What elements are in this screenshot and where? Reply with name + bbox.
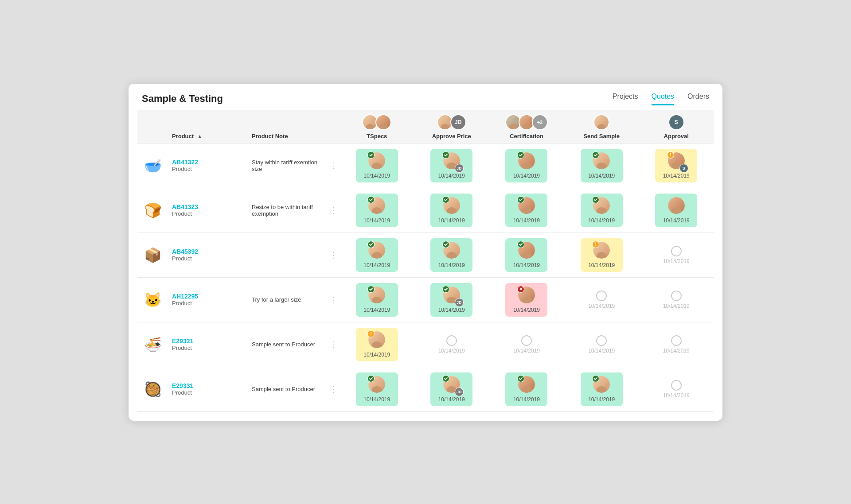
tab-orders[interactable]: Orders	[687, 93, 709, 105]
product-info: AB45392 Product	[172, 248, 245, 262]
avatar-send-1	[593, 114, 609, 130]
check-badge	[592, 151, 599, 159]
stage-date: 10/14/2019	[363, 262, 390, 268]
cell-avatar-wrapper	[593, 376, 610, 395]
approval-label: Approval	[664, 133, 689, 140]
cell-avatar-wrapper	[368, 287, 385, 305]
cell-avatar-wrapper: ✕	[518, 287, 535, 305]
stage-box: 10/14/2019	[356, 283, 398, 317]
cell-avatar-wrapper	[668, 197, 685, 216]
stage-date: 10/14/2019	[663, 303, 690, 309]
cell-avatar-wrapper: JD	[443, 287, 460, 305]
certification-avatars: +2	[492, 114, 561, 130]
tab-quotes[interactable]: Quotes	[652, 93, 675, 105]
product-info-cell: AH12295 Product	[168, 277, 248, 322]
cell-avatar-wrapper	[593, 197, 610, 216]
stage-date: 10/14/2019	[438, 348, 465, 354]
certification-label: Certification	[510, 133, 543, 140]
cell-avatar-wrapper: !	[368, 331, 385, 350]
product-type: Product	[172, 255, 245, 262]
tspecs-avatars	[343, 114, 410, 130]
product-image: 📦	[137, 233, 168, 277]
stage-date: 10/14/2019	[588, 348, 615, 354]
table-row: 🍜 E29321 Product Sample sent to Producer…	[137, 322, 714, 367]
stage-box: 10/14/2019	[581, 149, 623, 182]
stage-cell: JD 10/14/2019	[414, 143, 488, 188]
check-badge	[367, 286, 375, 293]
tab-projects[interactable]: Projects	[613, 93, 638, 105]
stage-cell: 10/14/2019	[564, 143, 639, 188]
product-image: 🐱	[137, 277, 168, 322]
product-emoji: 🐱	[144, 292, 162, 308]
check-badge	[442, 375, 449, 382]
product-id[interactable]: AB41322	[172, 159, 245, 166]
check-badge	[367, 375, 375, 382]
row-menu[interactable]: ⋮	[328, 277, 340, 322]
stage-cell: 10/14/2019	[340, 188, 414, 233]
empty-circle	[596, 291, 607, 301]
product-info-cell: E29331 Product	[168, 367, 248, 411]
row-menu[interactable]: ⋮	[328, 188, 340, 233]
stage-cell: 10/14/2019	[564, 367, 639, 411]
stage-cell: 10/14/2019	[489, 367, 564, 411]
check-badge	[517, 241, 524, 248]
stage-box: ! S 10/14/2019	[655, 149, 697, 182]
product-id[interactable]: E29321	[172, 337, 245, 345]
product-info: E29331 Product	[172, 382, 245, 396]
stage-box-empty: 10/14/2019	[505, 332, 547, 357]
stage-date: 10/14/2019	[438, 173, 465, 179]
approve-price-label: Approve Price	[432, 133, 471, 140]
table-row: 🥣 AB41322 Product Stay within tariff exe…	[137, 143, 714, 188]
product-note-cell: Sample sent to Producer	[248, 322, 328, 367]
stage-date: 10/14/2019	[663, 392, 690, 399]
table-row: 🐱 AH12295 Product Try for a larger size …	[137, 277, 714, 322]
row-menu[interactable]: ⋮	[328, 367, 340, 411]
row-menu[interactable]: ⋮	[328, 233, 340, 277]
table-row: 🍞 AB41323 Product Resize to be within ta…	[137, 188, 714, 233]
stage-box: 10/14/2019	[356, 149, 398, 182]
stage-box-empty: 10/14/2019	[430, 332, 472, 357]
stage-date: 10/14/2019	[438, 262, 465, 268]
product-note-cell	[248, 233, 328, 277]
approval-avatars: S	[642, 114, 710, 130]
cell-avatar-wrapper	[443, 242, 460, 260]
row-menu[interactable]: ⋮	[328, 322, 340, 367]
stage-box: ✕ 10/14/2019	[505, 283, 547, 317]
stage-date: 10/14/2019	[588, 262, 615, 268]
cell-avatar-wrapper	[518, 242, 535, 260]
row-menu[interactable]: ⋮	[328, 143, 340, 188]
send-sample-label: Send Sample	[583, 133, 620, 140]
cell-avatar-wrapper	[443, 197, 460, 216]
stage-cell: 10/14/2019	[489, 233, 564, 277]
stage-cell: 10/14/2019	[639, 367, 714, 411]
stage-cell: 10/14/2019	[414, 233, 488, 277]
product-id[interactable]: AH12295	[172, 293, 245, 300]
stage-date: 10/14/2019	[588, 217, 615, 224]
send-sample-avatars	[568, 114, 635, 130]
main-table: Product ▲ Product Note TSpecs	[137, 110, 714, 412]
check-badge	[517, 375, 524, 382]
product-id[interactable]: AB41323	[172, 203, 245, 210]
stage-date: 10/14/2019	[513, 396, 540, 403]
app-header: Sample & Testing Projects Quotes Orders	[129, 84, 722, 105]
empty-circle	[671, 380, 682, 391]
stage-box-empty: 10/14/2019	[655, 332, 697, 357]
app-title: Sample & Testing	[142, 93, 223, 105]
cell-avatar-wrapper: ! S	[668, 152, 685, 171]
cell-avatar-wrapper: !	[593, 242, 610, 260]
stage-cell: 10/14/2019	[414, 322, 488, 367]
stage-box: JD 10/14/2019	[430, 149, 472, 182]
cell-avatar-wrapper: JD	[443, 152, 460, 171]
stage-date: 10/14/2019	[663, 217, 690, 224]
jd-initials: JD	[455, 298, 464, 307]
cell-avatar-wrapper: JD	[443, 376, 460, 395]
stage-box: 10/14/2019	[581, 194, 623, 227]
product-id[interactable]: E29331	[172, 382, 245, 389]
warn-badge: !	[592, 241, 599, 248]
product-info-cell: AB41323 Product	[168, 188, 248, 233]
avatar-tspecs-2	[375, 114, 391, 130]
product-id[interactable]: AB45392	[172, 248, 245, 255]
check-badge	[442, 196, 449, 203]
stage-box-empty: 10/14/2019	[655, 376, 697, 402]
stage-box-empty: 10/14/2019	[655, 287, 697, 313]
